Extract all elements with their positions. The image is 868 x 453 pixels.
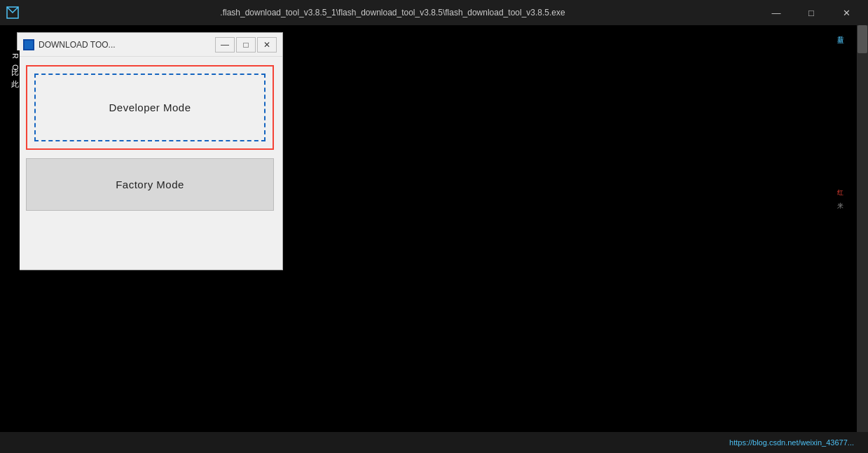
right-text-2[interactable]: 后: [837, 35, 843, 44]
dialog-body: Developer Mode Factory Mode: [18, 57, 282, 270]
os-minimize-button[interactable]: —: [760, 2, 792, 23]
right-red-text[interactable]: 红: [837, 188, 843, 197]
dialog-minimize-button[interactable]: —: [215, 37, 235, 53]
os-maximize-button[interactable]: □: [795, 2, 827, 23]
bottom-url-link[interactable]: https://blog.csdn.net/weixin_43677...: [729, 438, 854, 447]
left-text-1: R: [10, 53, 19, 59]
scrollbar-thumb: [857, 25, 867, 53]
bottom-bar: https://blog.csdn.net/weixin_43677...: [0, 432, 868, 453]
window-controls: — □ ✕: [760, 2, 862, 23]
os-titlebar: .flash_download_tool_v3.8.5_1\flash_down…: [0, 0, 868, 25]
dialog-window: DOWNLOAD TOO... — □ ✕ Developer Mode Fac…: [17, 32, 283, 270]
main-content: 蓝 后 红 来 R 比 O 此 DOWNLOAD TOO... — □ ✕ De…: [10, 25, 847, 432]
left-sidebar: R 比 O 此: [10, 50, 20, 411]
right-gray-text: 来: [837, 202, 843, 211]
dialog-app-icon: [23, 39, 34, 50]
dialog-maximize-button[interactable]: □: [236, 37, 256, 53]
window-path: .flash_download_tool_v3.8.5_1\flash_down…: [25, 8, 760, 18]
dialog-titlebar: DOWNLOAD TOO... — □ ✕: [18, 33, 282, 57]
left-text-3: O: [10, 64, 19, 71]
os-close-button[interactable]: ✕: [830, 2, 862, 23]
app-icon: [6, 6, 20, 20]
dialog-title: DOWNLOAD TOO...: [39, 40, 214, 50]
developer-mode-button[interactable]: Developer Mode: [34, 74, 266, 141]
developer-mode-section: Developer Mode: [26, 65, 274, 150]
right-scrollbar[interactable]: [857, 25, 868, 453]
factory-mode-button[interactable]: Factory Mode: [26, 158, 274, 211]
dialog-close-button[interactable]: ✕: [257, 37, 277, 53]
